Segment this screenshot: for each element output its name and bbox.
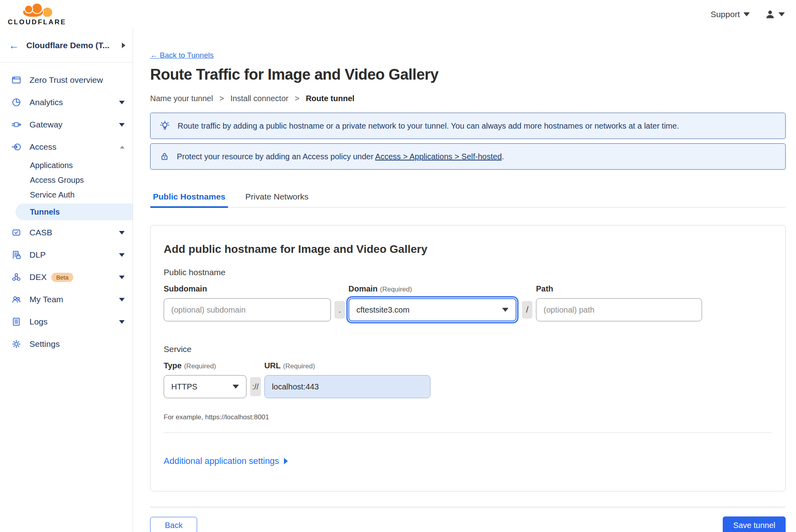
footer-actions: Back Save tunnel <box>150 516 786 532</box>
sidebar-item-access-groups[interactable]: Access Groups <box>0 173 133 188</box>
chevron-down-icon[interactable] <box>119 298 125 301</box>
public-hostname-section-label: Public hostname <box>164 268 772 277</box>
banner-text: Protect your resource by adding an Acces… <box>177 152 504 161</box>
tab-private-networks[interactable]: Private Networks <box>243 188 311 207</box>
add-hostname-card: Add public hostname for Image and Video … <box>150 225 786 491</box>
user-icon <box>765 9 775 20</box>
required-label: (Required) <box>380 286 412 293</box>
sidebar-item-access[interactable]: Access <box>0 136 133 158</box>
support-menu[interactable]: Support <box>710 10 750 19</box>
chevron-down-icon <box>778 12 785 16</box>
chevron-up-icon[interactable] <box>120 146 125 149</box>
page-title: Route Traffic for Image and Video Galler… <box>150 66 786 83</box>
hostname-field-row: Subdomain . Domain(Required) cftestsite3… <box>164 284 772 321</box>
beta-badge: Beta <box>51 273 73 282</box>
top-header: CLOUDFLARE Support <box>0 0 796 28</box>
service-url-input[interactable] <box>264 375 430 398</box>
step-name-your-tunnel[interactable]: Name your tunnel <box>150 94 213 103</box>
required-label: (Required) <box>283 362 315 370</box>
path-input[interactable] <box>536 298 702 321</box>
cloudflare-cloud-icon <box>16 2 58 19</box>
step-install-connector[interactable]: Install connector <box>231 94 289 103</box>
sidebar-nav: Zero Trust overview Analytics Gateway Ac… <box>0 63 133 355</box>
service-type-value: HTTPS <box>171 382 198 391</box>
account-name: Cloudflare Demo (T... <box>26 41 122 50</box>
url-example-hint: For example, https://localhost:8001 <box>164 413 772 421</box>
footer-divider <box>150 507 786 508</box>
back-button[interactable]: Back <box>150 517 197 532</box>
sidebar-item-tunnels[interactable]: Tunnels <box>16 203 133 220</box>
sidebar-item-settings[interactable]: Settings <box>0 333 133 355</box>
sidebar-item-label: DLP <box>29 250 119 260</box>
analytics-icon <box>10 96 22 108</box>
step-route-tunnel: Route tunnel <box>306 94 354 103</box>
chevron-down-icon[interactable] <box>119 101 125 104</box>
sidebar-item-zero-trust-overview[interactable]: Zero Trust overview <box>0 69 133 91</box>
chevron-down-icon <box>743 12 750 16</box>
sidebar-item-label: Gateway <box>29 120 119 129</box>
sidebar-item-my-team[interactable]: My Team <box>0 288 133 311</box>
team-icon <box>10 293 22 305</box>
service-section-label: Service <box>164 344 772 354</box>
lightbulb-icon <box>159 120 170 131</box>
sidebar-item-label: CASB <box>29 228 119 237</box>
chevron-down-icon <box>502 308 509 312</box>
sidebar-item-logs[interactable]: Logs <box>0 311 133 333</box>
sidebar-item-label: Access <box>29 142 120 152</box>
additional-settings-toggle[interactable]: Additional application settings <box>164 456 772 466</box>
access-applications-self-hosted-link[interactable]: Access > Applications > Self-hosted <box>375 152 502 161</box>
card-heading: Add public hostname for Image and Video … <box>164 243 772 256</box>
chevron-down-icon[interactable] <box>119 276 125 279</box>
sidebar-item-dlp[interactable]: DLP <box>0 244 133 266</box>
tab-bar: Public Hostnames Private Networks <box>150 188 786 207</box>
step-separator: > <box>295 94 299 103</box>
service-type-select[interactable]: HTTPS <box>164 375 246 398</box>
sidebar-item-label: My Team <box>29 295 119 304</box>
sidebar-item-label: Analytics <box>29 98 119 107</box>
wizard-steps: Name your tunnel > Install connector > R… <box>150 94 786 103</box>
required-label: (Required) <box>184 362 216 370</box>
support-label: Support <box>710 10 740 19</box>
save-tunnel-button[interactable]: Save tunnel <box>723 516 786 532</box>
chevron-down-icon <box>233 385 239 389</box>
banner-text: Route traffic by adding a public hostnam… <box>178 121 679 131</box>
logs-icon <box>10 316 22 328</box>
chevron-down-icon[interactable] <box>119 231 125 235</box>
domain-select[interactable]: cftestsite3.com <box>348 298 516 321</box>
main-content: ← Back to Tunnels Route Traffic for Imag… <box>133 28 796 532</box>
cloudflare-logo: CLOUDFLARE <box>7 2 67 26</box>
back-arrow-icon[interactable]: ← <box>9 40 19 51</box>
sidebar-item-applications[interactable]: Applications <box>0 158 133 173</box>
sidebar-item-service-auth[interactable]: Service Auth <box>0 188 133 202</box>
url-label: URL <box>264 361 281 370</box>
chevron-down-icon[interactable] <box>119 123 125 127</box>
user-menu[interactable] <box>765 9 785 20</box>
sidebar-item-gateway[interactable]: Gateway <box>0 113 133 136</box>
chevron-right-icon <box>284 458 288 464</box>
info-banner-route-traffic: Route traffic by adding a public hostnam… <box>150 113 786 139</box>
tab-public-hostnames[interactable]: Public Hostnames <box>150 188 228 207</box>
subdomain-input[interactable] <box>164 298 331 321</box>
account-switcher[interactable]: ← Cloudflare Demo (T... <box>0 28 133 63</box>
additional-settings-label: Additional application settings <box>164 456 279 466</box>
sidebar-item-label: Logs <box>29 317 119 327</box>
chevron-down-icon[interactable] <box>119 253 125 257</box>
sidebar-subitem-label: Access Groups <box>30 176 84 185</box>
sidebar-item-casb[interactable]: CASB <box>0 221 133 244</box>
sidebar-item-label: DEX <box>29 272 47 282</box>
sidebar-item-dex[interactable]: DEX Beta <box>0 266 133 288</box>
dot-separator: . <box>334 301 345 319</box>
service-field-row: Type(Required) HTTPS :// URL(Required) <box>164 361 772 398</box>
slash-separator: / <box>522 301 532 319</box>
gateway-icon <box>10 119 22 131</box>
type-label: Type <box>164 361 182 370</box>
sidebar-subitem-label: Applications <box>30 161 73 170</box>
chevron-down-icon[interactable] <box>119 320 125 324</box>
card-divider <box>164 432 772 433</box>
chevron-right-icon[interactable] <box>122 43 125 48</box>
dlp-icon <box>10 249 22 261</box>
sidebar-item-analytics[interactable]: Analytics <box>0 91 133 113</box>
sidebar-item-label: Zero Trust overview <box>29 75 125 85</box>
sidebar-subitem-label: Service Auth <box>30 190 74 200</box>
back-to-tunnels-link[interactable]: ← Back to Tunnels <box>150 51 213 60</box>
